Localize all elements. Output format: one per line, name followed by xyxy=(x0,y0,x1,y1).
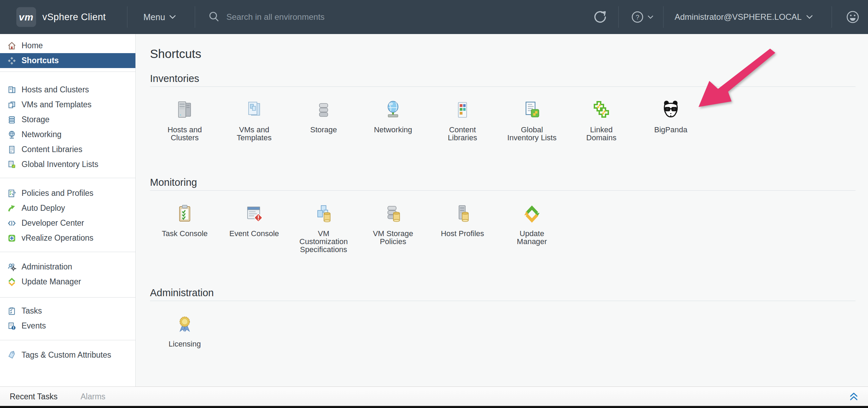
sidebar-item-global-inventory-lists[interactable]: Global Inventory Lists xyxy=(0,157,135,172)
linked-domains-icon xyxy=(590,99,613,121)
sidebar-item-events[interactable]: Events xyxy=(0,318,135,333)
shortcut-content-libraries[interactable]: ContentLibraries xyxy=(428,99,497,142)
sidebar-item-networking[interactable]: Networking xyxy=(0,127,135,142)
topbar-divider xyxy=(127,6,127,28)
section-heading: Administration xyxy=(150,287,856,299)
sidebar-group: Hosts and ClustersVMs and TemplatesStora… xyxy=(0,72,135,178)
vms-templates-icon xyxy=(7,100,16,109)
sidebar-group: Policies and ProfilesAuto DeployDevelope… xyxy=(0,178,135,252)
tab-alarms[interactable]: Alarms xyxy=(81,392,106,401)
sidebar-item-label: Events xyxy=(22,321,46,331)
sidebar-group: AdministrationUpdate Manager xyxy=(0,252,135,297)
global-inventory-sb-icon xyxy=(7,160,16,169)
sidebar-item-label: Home xyxy=(22,41,43,50)
shortcut-vms-and-templates[interactable]: VMs andTemplates xyxy=(219,99,289,142)
page-title: Shortcuts xyxy=(150,47,201,61)
shortcut-bigpanda[interactable]: BigPanda xyxy=(636,99,706,142)
host-profiles-icon xyxy=(451,203,474,225)
shortcut-vm-customization-specifications[interactable]: VMCustomizationSpecifications xyxy=(289,203,358,253)
main-content: Shortcuts InventoriesHosts andClustersVM… xyxy=(136,34,868,386)
sidebar-item-developer-center[interactable]: Developer Center xyxy=(0,216,135,231)
sidebar-item-content-libraries[interactable]: Content Libraries xyxy=(0,142,135,157)
sidebar-item-shortcuts[interactable]: Shortcuts xyxy=(0,53,135,68)
sidebar-item-storage[interactable]: Storage xyxy=(0,112,135,127)
double-chevron-up-icon xyxy=(849,392,858,401)
sidebar-item-label: Content Libraries xyxy=(22,145,82,154)
shortcut-host-profiles[interactable]: Host Profiles xyxy=(428,203,497,253)
shortcut-networking[interactable]: Networking xyxy=(358,99,428,142)
shortcut-label: GlobalInventory Lists xyxy=(507,126,557,142)
chevron-down-icon xyxy=(648,16,653,19)
section-divider xyxy=(150,190,856,191)
sidebar-item-auto-deploy[interactable]: Auto Deploy xyxy=(0,201,135,216)
shortcuts-icon xyxy=(7,56,16,65)
sidebar-item-update-manager[interactable]: Update Manager xyxy=(0,274,135,289)
licensing-icon xyxy=(173,313,196,335)
sidebar-item-policies-and-profiles[interactable]: Policies and Profiles xyxy=(0,186,135,201)
chevron-down-icon xyxy=(807,15,812,19)
sidebar-item-home[interactable]: Home xyxy=(0,38,135,53)
shortcut-label: Networking xyxy=(374,126,412,134)
shortcut-licensing[interactable]: Licensing xyxy=(150,313,219,348)
hosts-clusters-icon xyxy=(7,85,16,94)
sidebar-group: HomeShortcuts xyxy=(0,34,135,72)
vmware-logo[interactable]: vm xyxy=(16,7,36,27)
sidebar-item-label: Auto Deploy xyxy=(22,203,65,213)
sidebar-item-administration[interactable]: Administration xyxy=(0,259,135,274)
shortcut-event-console[interactable]: Event Console xyxy=(219,203,289,253)
shortcut-hosts-and-clusters[interactable]: Hosts andClusters xyxy=(150,99,219,142)
refresh-button[interactable] xyxy=(592,9,608,25)
shortcut-update-manager[interactable]: UpdateManager xyxy=(497,203,567,253)
tab-recent-tasks[interactable]: Recent Tasks xyxy=(10,392,58,401)
search-input[interactable]: Search in all environments xyxy=(208,11,325,23)
shortcut-label: Storage xyxy=(310,126,337,134)
shortcut-row: Hosts andClustersVMs andTemplates Storag… xyxy=(150,99,856,142)
top-bar: vm vSphere Client Menu Search in all env… xyxy=(0,0,868,34)
menu-button[interactable]: Menu xyxy=(143,12,176,22)
sidebar-item-vrealize-operations[interactable]: vRealize Operations xyxy=(0,231,135,245)
event-console-icon xyxy=(243,203,266,225)
vrealize-icon xyxy=(7,234,16,243)
sidebar-item-tags-custom-attributes[interactable]: Tags & Custom Attributes xyxy=(0,348,135,363)
tags-icon xyxy=(7,351,16,360)
shortcut-label: Event Console xyxy=(229,230,279,238)
developer-center-icon xyxy=(7,219,16,228)
shortcut-global-inventory-lists[interactable]: GlobalInventory Lists xyxy=(497,99,567,142)
sidebar-item-label: Networking xyxy=(22,130,61,139)
shortcut-row: Task ConsoleEvent ConsoleVMCustomization… xyxy=(150,203,856,253)
networking-icon xyxy=(382,99,404,121)
auto-deploy-icon xyxy=(7,204,16,213)
smiley-feedback-icon xyxy=(845,9,860,25)
shortcut-row: Licensing xyxy=(150,313,856,348)
shortcut-label: VMs andTemplates xyxy=(237,126,272,142)
home-icon xyxy=(7,41,16,50)
shortcut-label: Hosts andClusters xyxy=(167,126,202,142)
global-inventory-lists-icon xyxy=(520,99,543,121)
help-menu-button[interactable]: ? xyxy=(631,10,653,24)
events-icon xyxy=(7,322,16,331)
shortcut-storage[interactable]: Storage xyxy=(289,99,358,142)
feedback-button[interactable] xyxy=(845,9,860,25)
search-placeholder: Search in all environments xyxy=(226,12,325,22)
section-heading: Inventories xyxy=(150,73,856,84)
refresh-icon xyxy=(592,9,608,25)
shortcut-label: ContentLibraries xyxy=(448,126,477,142)
administration-icon xyxy=(7,263,16,272)
sidebar-item-hosts-and-clusters[interactable]: Hosts and Clusters xyxy=(0,82,135,97)
shortcut-task-console[interactable]: Task Console xyxy=(150,203,219,253)
sidebar-nav: HomeShortcutsHosts and ClustersVMs and T… xyxy=(0,34,136,386)
section-monitoring: MonitoringTask ConsoleEvent ConsoleVMCus… xyxy=(150,176,856,253)
user-menu[interactable]: Administrator@VSPHERE.LOCAL xyxy=(675,12,812,22)
tasks-icon xyxy=(7,307,16,316)
search-icon xyxy=(208,11,220,23)
svg-text:?: ? xyxy=(636,14,640,21)
storage-icon xyxy=(312,99,335,121)
sidebar-item-vms-and-templates[interactable]: VMs and Templates xyxy=(0,97,135,112)
menu-label: Menu xyxy=(143,12,165,22)
content-libraries-sb-icon xyxy=(7,145,16,154)
shortcut-vm-storage-policies[interactable]: VM StoragePolicies xyxy=(358,203,428,253)
shortcut-linked-domains[interactable]: LinkedDomains xyxy=(567,99,636,142)
sidebar-item-tasks[interactable]: Tasks xyxy=(0,303,135,318)
screen-bottom-strip xyxy=(0,406,868,408)
expand-panel-button[interactable] xyxy=(849,392,858,401)
